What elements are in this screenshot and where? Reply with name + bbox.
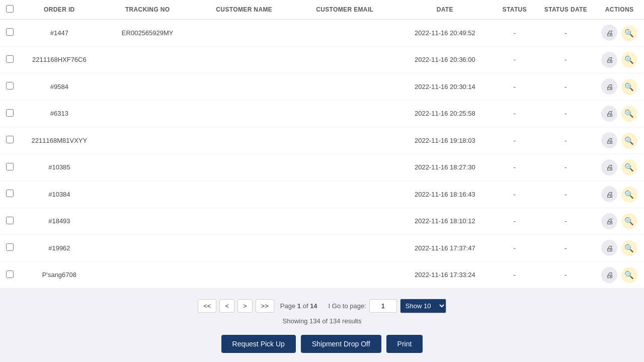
row-print-button[interactable]: 🖨: [601, 25, 617, 41]
shipment-dropoff-button[interactable]: Shipment Drop Off: [301, 335, 381, 353]
row-checkbox-cell[interactable]: [0, 154, 20, 181]
last-page-button[interactable]: >>: [256, 299, 274, 313]
row-customer-name: [196, 20, 292, 47]
first-page-button[interactable]: <<: [198, 299, 216, 313]
row-print-button[interactable]: 🖨: [601, 52, 617, 68]
row-checkbox-cell[interactable]: [0, 261, 20, 289]
print-button[interactable]: Print: [386, 335, 423, 353]
col-header-date: DATE: [397, 0, 493, 20]
row-checkbox-cell[interactable]: [0, 181, 20, 208]
row-order-id: P'sang6708: [20, 261, 99, 289]
row-print-button[interactable]: 🖨: [601, 267, 617, 283]
next-page-button[interactable]: >: [237, 299, 253, 313]
row-print-button[interactable]: 🖨: [601, 132, 617, 148]
row-date: 2022-11-16 20:30:14: [397, 73, 493, 101]
page-text: Page: [280, 302, 295, 310]
row-checkbox[interactable]: [6, 270, 14, 278]
row-view-button[interactable]: 🔍: [621, 25, 637, 41]
select-all-header[interactable]: [0, 0, 20, 20]
row-checkbox[interactable]: [6, 217, 14, 224]
row-actions: 🖨 🔍: [595, 73, 644, 101]
row-checkbox[interactable]: [6, 109, 14, 117]
row-tracking-no: [99, 127, 196, 154]
row-checkbox[interactable]: [6, 163, 14, 170]
row-checkbox[interactable]: [6, 136, 14, 143]
row-checkbox-cell[interactable]: [0, 208, 20, 235]
orders-table: ORDER ID TRACKING NO CUSTOMER NAME CUSTO…: [0, 0, 644, 289]
row-actions: 🖨 🔍: [595, 208, 644, 235]
row-tracking-no: [99, 73, 196, 101]
show-select[interactable]: Show 10 Show 25 Show 50 Show 100: [400, 299, 446, 313]
row-order-id: #6313: [20, 100, 99, 127]
row-date: 2022-11-16 18:10:12: [397, 208, 493, 235]
row-view-button[interactable]: 🔍: [621, 106, 637, 122]
row-status-date: -: [537, 73, 595, 101]
row-print-button[interactable]: 🖨: [601, 78, 617, 95]
row-customer-name: [196, 235, 292, 262]
col-header-customer-email: CUSTOMER EMAIL: [292, 0, 397, 20]
total-pages: 14: [310, 302, 317, 310]
select-all-checkbox[interactable]: [6, 5, 14, 13]
current-page: 1: [297, 302, 301, 310]
row-actions: 🖨 🔍: [595, 46, 644, 73]
magnifier-icon: 🔍: [624, 55, 634, 64]
printer-icon: 🖨: [606, 136, 613, 145]
row-checkbox[interactable]: [6, 28, 14, 36]
row-status-date: -: [537, 154, 595, 181]
row-view-button[interactable]: 🔍: [621, 133, 637, 149]
row-view-button[interactable]: 🔍: [621, 240, 637, 256]
row-view-button[interactable]: 🔍: [621, 213, 637, 229]
row-customer-email: [292, 181, 397, 208]
row-actions: 🖨 🔍: [595, 127, 644, 154]
row-checkbox[interactable]: [6, 190, 14, 197]
prev-page-button[interactable]: <: [219, 299, 234, 313]
row-print-button[interactable]: 🖨: [601, 186, 617, 202]
row-print-button[interactable]: 🖨: [601, 240, 617, 256]
row-checkbox[interactable]: [6, 82, 14, 89]
row-print-button[interactable]: 🖨: [601, 159, 617, 175]
row-checkbox[interactable]: [6, 243, 14, 251]
row-status: -: [493, 261, 537, 289]
request-pickup-button[interactable]: Request Pick Up: [221, 335, 296, 353]
col-header-status-date: STATUS DATE: [537, 0, 595, 20]
row-customer-email: [292, 127, 397, 154]
row-actions: 🖨 🔍: [595, 181, 644, 208]
magnifier-icon: 🔍: [624, 82, 634, 92]
row-actions: 🖨 🔍: [595, 100, 644, 127]
row-view-button[interactable]: 🔍: [621, 79, 637, 95]
printer-icon: 🖨: [606, 163, 613, 171]
row-print-button[interactable]: 🖨: [601, 213, 617, 229]
printer-icon: 🖨: [606, 190, 613, 199]
printer-icon: 🖨: [606, 217, 613, 225]
row-customer-email: [292, 235, 397, 262]
row-view-button[interactable]: 🔍: [621, 267, 637, 283]
row-checkbox-cell[interactable]: [0, 235, 20, 262]
row-view-button[interactable]: 🔍: [621, 187, 637, 203]
goto-input[interactable]: [369, 299, 397, 313]
table-row: #18493 2022-11-16 18:10:12 - - 🖨 🔍: [0, 208, 644, 235]
table-row: 2211168HXF76C6 2022-11-16 20:36:00 - - 🖨…: [0, 46, 644, 73]
magnifier-icon: 🔍: [624, 29, 634, 38]
printer-icon: 🖨: [606, 109, 613, 118]
row-customer-email: [292, 208, 397, 235]
row-checkbox-cell[interactable]: [0, 127, 20, 154]
row-checkbox[interactable]: [6, 55, 14, 63]
row-view-button[interactable]: 🔍: [621, 159, 637, 175]
row-status-date: -: [537, 127, 595, 154]
row-print-button[interactable]: 🖨: [601, 106, 617, 122]
row-view-button[interactable]: 🔍: [621, 52, 637, 68]
row-checkbox-cell[interactable]: [0, 20, 20, 47]
table-row: P'sang6708 2022-11-16 17:33:24 - - 🖨 🔍: [0, 261, 644, 289]
row-order-id: 2211168M81VXYY: [20, 127, 99, 154]
row-checkbox-cell[interactable]: [0, 73, 20, 101]
row-actions: 🖨 🔍: [595, 261, 644, 289]
row-checkbox-cell[interactable]: [0, 46, 20, 73]
table-row: 2211168M81VXYY 2022-11-16 19:18:03 - - 🖨…: [0, 127, 644, 154]
row-order-id: #1447: [20, 20, 99, 47]
row-checkbox-cell[interactable]: [0, 100, 20, 127]
row-status-date: -: [537, 181, 595, 208]
row-date: 2022-11-16 17:37:47: [397, 235, 493, 262]
printer-icon: 🖨: [606, 55, 613, 64]
row-tracking-no: ER002565929MY: [99, 20, 196, 47]
row-order-id: #9584: [20, 73, 99, 101]
